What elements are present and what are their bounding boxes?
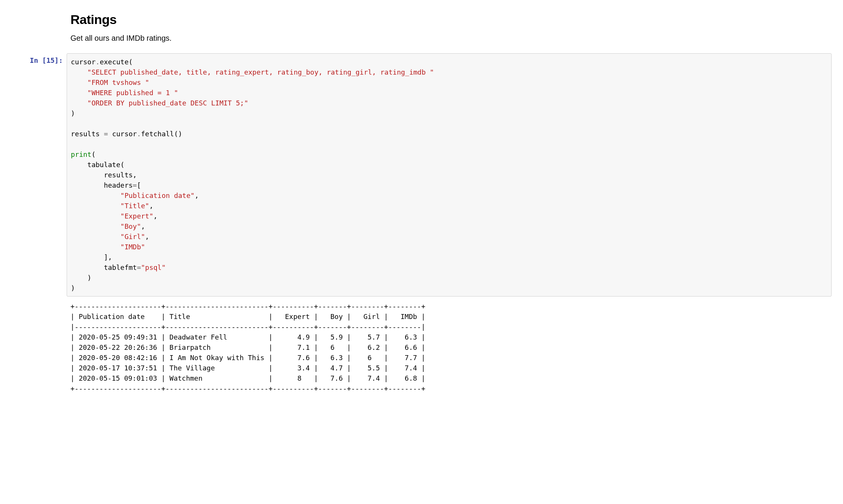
code-token: tablefmt bbox=[71, 263, 137, 271]
code-token bbox=[71, 222, 120, 230]
code-string: "IMDb" bbox=[120, 243, 145, 251]
code-token: = bbox=[133, 181, 137, 189]
code-token bbox=[71, 243, 120, 251]
code-token: cursor bbox=[71, 58, 96, 66]
code-token: [ bbox=[137, 181, 141, 189]
code-token: . bbox=[96, 58, 100, 66]
code-string: "Expert" bbox=[120, 212, 153, 220]
code-token: tabulate( bbox=[71, 161, 125, 169]
code-string: "Publication date" bbox=[120, 191, 195, 199]
code-cell: In [15]: cursor.execute( "SELECT publish… bbox=[11, 53, 832, 297]
code-token: results, bbox=[71, 171, 137, 179]
code-token: ], bbox=[71, 253, 112, 261]
code-token: ) bbox=[71, 274, 91, 282]
code-string: "Girl" bbox=[120, 233, 145, 241]
code-string: "Title" bbox=[120, 202, 149, 210]
code-token bbox=[71, 233, 120, 241]
code-string: "SELECT published_date, title, rating_ex… bbox=[87, 68, 434, 76]
code-token: , bbox=[145, 233, 149, 241]
code-token: = bbox=[104, 130, 108, 138]
code-token: headers bbox=[71, 181, 133, 189]
code-token bbox=[71, 78, 87, 86]
code-token: , bbox=[149, 202, 153, 210]
code-token: , bbox=[195, 191, 199, 199]
code-token: , bbox=[153, 212, 158, 220]
input-prompt: In [15]: bbox=[11, 53, 67, 64]
output-prompt: . bbox=[11, 297, 67, 308]
section-title: Ratings bbox=[70, 12, 816, 27]
code-token: . bbox=[137, 130, 141, 138]
code-token: , bbox=[141, 222, 145, 230]
markdown-cell: Ratings Get all ours and IMDb ratings. bbox=[70, 12, 816, 43]
code-token: ) bbox=[71, 109, 75, 117]
code-output: +---------------------+-----------------… bbox=[67, 297, 832, 394]
code-token bbox=[71, 191, 120, 199]
code-token bbox=[71, 212, 120, 220]
code-string: "ORDER BY published_date DESC LIMIT 5;" bbox=[87, 99, 248, 107]
code-token: ) bbox=[71, 284, 75, 292]
code-token bbox=[71, 202, 120, 210]
code-input[interactable]: cursor.execute( "SELECT published_date, … bbox=[67, 53, 832, 297]
code-token: execute( bbox=[100, 58, 133, 66]
code-string: "WHERE published = 1 " bbox=[87, 89, 178, 97]
code-token: cursor bbox=[108, 130, 137, 138]
code-token: fetchall() bbox=[141, 130, 182, 138]
code-token: ( bbox=[91, 150, 96, 158]
code-string: "Boy" bbox=[120, 222, 141, 230]
code-token bbox=[71, 68, 87, 76]
code-token: = bbox=[137, 263, 141, 271]
code-token: results bbox=[71, 130, 104, 138]
section-description: Get all ours and IMDb ratings. bbox=[70, 34, 816, 43]
code-builtin: print bbox=[71, 150, 91, 158]
output-cell: . +---------------------+---------------… bbox=[11, 297, 832, 394]
notebook: Ratings Get all ours and IMDb ratings. I… bbox=[0, 0, 843, 410]
code-token bbox=[71, 89, 87, 97]
code-string: "psql" bbox=[141, 263, 166, 271]
code-string: "FROM tvshows " bbox=[87, 78, 149, 86]
code-token bbox=[71, 99, 87, 107]
